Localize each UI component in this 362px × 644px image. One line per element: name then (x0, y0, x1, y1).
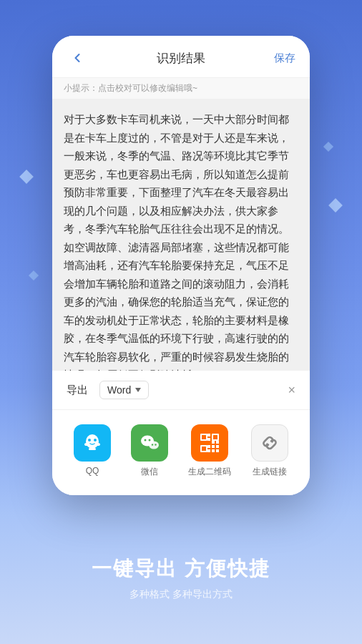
export-bar: 导出 Word × (52, 371, 310, 410)
share-link[interactable]: 生成链接 (251, 424, 288, 478)
hint-bar: 小提示：点击校对可以修改编辑哦~ (52, 78, 310, 99)
link-icon (251, 424, 288, 462)
svg-rect-26 (207, 445, 210, 448)
diamond-deco-4 (323, 142, 333, 152)
svg-rect-20 (212, 449, 215, 452)
diamond-deco-1 (19, 170, 34, 184)
qq-icon (74, 424, 111, 462)
svg-point-11 (155, 444, 156, 445)
page-title: 识别结果 (88, 50, 274, 67)
qr-code-icon (191, 424, 228, 462)
svg-point-5 (94, 439, 97, 441)
app-header: 识别结果 保存 (52, 36, 310, 78)
svg-point-2 (96, 443, 100, 446)
text-body: 对于大多数卡车司机来说，一天中大部分时间都是在卡车上度过的，不管是对于人还是车来… (64, 113, 289, 371)
phone-mockup: 识别结果 保存 小提示：点击校对可以修改编辑哦~ 对于大多数卡车司机来说，一天中… (52, 36, 310, 495)
svg-rect-27 (207, 449, 210, 452)
wechat-icon (131, 424, 168, 462)
wechat-label: 微信 (141, 466, 158, 478)
svg-rect-21 (216, 449, 219, 452)
svg-point-4 (88, 439, 91, 441)
export-label: 导出 (67, 384, 88, 397)
format-selector[interactable]: Word (99, 381, 149, 399)
svg-rect-19 (216, 445, 219, 448)
svg-rect-13 (202, 435, 206, 439)
sub-slogan: 多种格式 多种导出方式 (0, 588, 362, 601)
share-wechat[interactable]: 微信 (131, 424, 168, 478)
main-slogan: 一键导出 方便快捷 (0, 555, 362, 582)
qrcode-label: 生成二维码 (188, 466, 231, 478)
format-value: Word (107, 384, 131, 396)
close-button[interactable]: × (288, 384, 295, 396)
svg-rect-22 (212, 441, 215, 444)
save-button[interactable]: 保存 (274, 52, 295, 65)
share-row: QQ 微信 (52, 410, 310, 495)
svg-point-9 (149, 439, 151, 441)
qq-label: QQ (86, 466, 99, 476)
svg-rect-25 (207, 438, 210, 441)
chevron-down-icon (135, 388, 141, 392)
diamond-deco-2 (328, 198, 343, 213)
svg-point-0 (86, 434, 99, 449)
bottom-section: 一键导出 方便快捷 多种格式 多种导出方式 (0, 555, 362, 601)
svg-rect-18 (212, 445, 215, 448)
hint-text: 小提示：点击校对可以修改编辑哦~ (64, 83, 197, 93)
diamond-deco-3 (29, 270, 39, 280)
svg-rect-15 (213, 435, 217, 439)
share-qrcode[interactable]: 生成二维码 (188, 424, 231, 478)
svg-rect-3 (89, 448, 96, 450)
share-qq[interactable]: QQ (74, 424, 111, 478)
svg-point-10 (152, 444, 153, 445)
back-button[interactable] (67, 47, 88, 69)
svg-rect-24 (207, 434, 210, 436)
svg-rect-17 (202, 447, 206, 451)
svg-point-8 (145, 439, 147, 441)
recognized-text[interactable]: 对于大多数卡车司机来说，一天中大部分时间都是在卡车上度过的，不管是对于人还是车来… (52, 99, 310, 371)
svg-rect-23 (216, 441, 219, 444)
svg-point-1 (84, 443, 89, 446)
link-label: 生成链接 (253, 466, 287, 478)
svg-point-7 (149, 441, 159, 449)
